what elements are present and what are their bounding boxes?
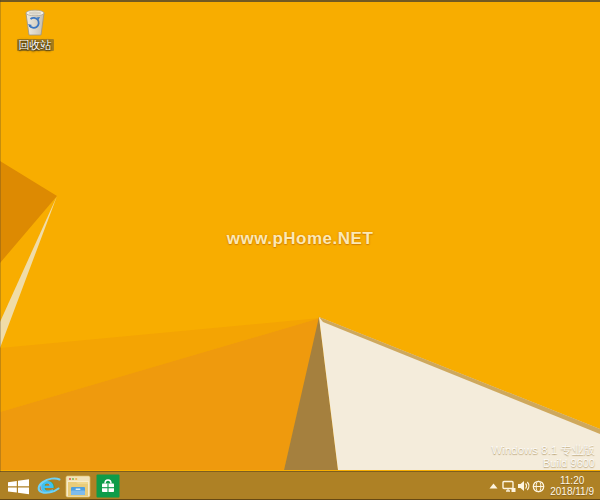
windows-store-button[interactable] — [93, 472, 123, 500]
windows-store-icon — [96, 474, 120, 498]
taskbar: e — [0, 471, 600, 500]
show-hidden-icons-chevron — [489, 483, 498, 489]
volume-icon — [517, 480, 530, 492]
volume-tray-button[interactable] — [516, 472, 531, 500]
tray-date: 2018/11/9 — [550, 486, 594, 497]
network-icon — [502, 480, 516, 493]
recycle-bin-label: 回收站 — [17, 39, 54, 51]
tray-time: 11:20 — [550, 475, 594, 486]
recycle-bin-glyph — [18, 5, 52, 38]
ime-tray-button[interactable] — [531, 472, 546, 500]
tray-clock[interactable]: 11:20 2018/11/9 — [550, 475, 594, 497]
recycle-bin-icon[interactable]: 回收站 — [11, 5, 59, 51]
ime-globe-icon — [532, 480, 545, 493]
wallpaper — [0, 0, 600, 500]
windows-logo-icon — [7, 478, 30, 495]
internet-explorer-icon: e — [35, 473, 61, 499]
svg-text:e: e — [40, 473, 55, 498]
file-explorer-icon — [65, 475, 91, 498]
network-tray-button[interactable] — [501, 472, 516, 500]
internet-explorer-button[interactable]: e — [33, 472, 63, 500]
show-hidden-icons-button[interactable] — [486, 472, 501, 500]
screen-left-edge — [0, 0, 1, 472]
start-button[interactable] — [3, 472, 33, 500]
file-explorer-button[interactable] — [63, 472, 93, 500]
system-tray: 11:20 2018/11/9 — [486, 472, 600, 500]
screen-top-edge — [0, 0, 600, 2]
